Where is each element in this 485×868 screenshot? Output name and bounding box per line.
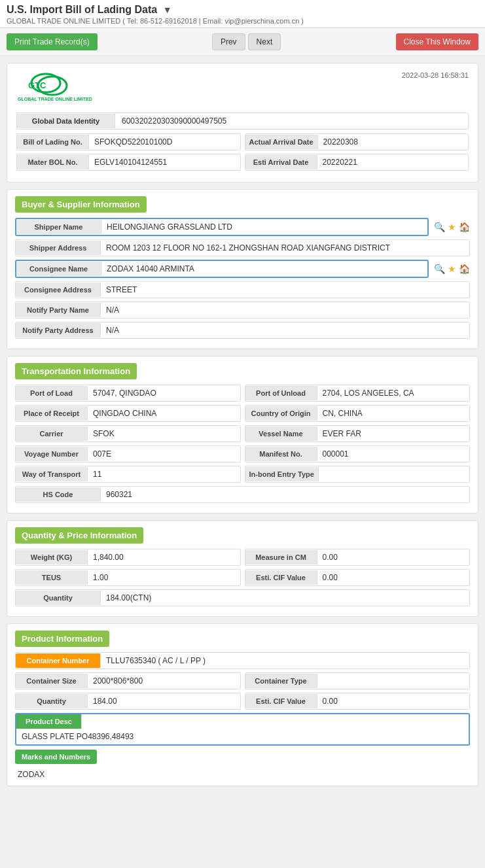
product-section-title: Product Information (15, 631, 109, 647)
bill-of-lading-field: Bill of Lading No. SFOKQD522010100D (16, 133, 241, 150)
product-quantity-label: Quantity (16, 694, 88, 708)
vessel-name-label: Vessel Name (245, 426, 317, 441)
esti-cif-value: 0.00 (317, 570, 470, 585)
voyage-number-field: Voyage Number 007E (15, 445, 241, 462)
product-desc-content: GLASS PLATE PO48396,48493 (16, 729, 469, 744)
way-of-transport-value: 11 (88, 466, 240, 482)
print-button[interactable]: Print Trade Record(s) (7, 33, 98, 50)
mater-bol-value: EGLV140104124551 (89, 154, 240, 170)
global-data-identity-value: 600320220303090000497505 (115, 113, 233, 129)
quantity-value: 184.00(CTN) (101, 590, 469, 606)
product-esti-cif-value: 0.00 (317, 693, 470, 709)
teus-label: TEUS (16, 570, 88, 585)
teus-value: 1.00 (88, 570, 240, 585)
bill-of-lading-value: SFOKQD522010100D (89, 134, 240, 150)
buyer-supplier-section: Buyer & Supplier Information Shipper Nam… (7, 189, 478, 349)
notify-party-name-value: N/A (101, 302, 469, 318)
country-of-origin-value: CN, CHINA (317, 406, 470, 421)
record-card: GLOBAL TRADE ONLINE LIMITED GTC 2022-03-… (7, 63, 478, 182)
weight-measure-row: Weight (KG) 1,840.00 Measure in CM 0.00 (15, 549, 470, 566)
in-bond-entry-type-value (319, 471, 469, 477)
marks-and-numbers-value: ZODAX (15, 767, 470, 779)
hs-code-label: HS Code (16, 487, 101, 502)
buyer-supplier-section-title: Buyer & Supplier Information (15, 196, 147, 213)
company-logo: GLOBAL TRADE ONLINE LIMITED GTC (16, 71, 95, 104)
actual-arrival-date-field: Actual Arrival Date 20220308 (245, 133, 469, 150)
prev-button[interactable]: Prev (212, 33, 245, 50)
close-button[interactable]: Close This Window (396, 33, 478, 50)
shipper-name-value: HEILONGJIANG GRASSLAND LTD (101, 219, 427, 235)
notify-party-name-row: Notify Party Name N/A (15, 302, 470, 319)
consignee-search-icon[interactable]: 🔍 (434, 264, 445, 274)
carrier-value: SFOK (88, 426, 240, 442)
shipper-name-field: Shipper Name HEILONGJIANG GRASSLAND LTD (15, 218, 429, 236)
manifest-no-field: Manifest No. 000001 (245, 445, 471, 462)
consignee-address-row: Consignee Address STREET (15, 281, 470, 298)
dropdown-arrow-icon[interactable]: ▼ (163, 5, 172, 15)
global-data-identity-row: Global Data Identity 6003202203030900004… (16, 113, 469, 130)
main-content: GLOBAL TRADE ONLINE LIMITED GTC 2022-03-… (0, 56, 485, 799)
notify-party-address-label: Notify Party Address (16, 323, 101, 338)
toolbar: Print Trade Record(s) Prev Next Close Th… (0, 28, 485, 56)
place-country-row: Place of Receipt QINGDAO CHINA Country o… (15, 405, 470, 422)
quantity-row: Quantity 184.00(CTN) (15, 589, 470, 606)
manifest-no-value: 000001 (317, 446, 470, 462)
page-title: U.S. Import Bill of Lading Data ▼ (7, 4, 172, 16)
container-type-value (317, 678, 470, 684)
product-desc-header: Product Desc (16, 714, 469, 729)
product-desc-box: Product Desc GLASS PLATE PO48396,48493 (15, 713, 470, 746)
container-number-value: TLLU7635340 ( AC / L / PP ) (101, 653, 469, 668)
quantity-price-section: Quantity & Price Information Weight (KG)… (7, 520, 478, 617)
search-icon[interactable]: 🔍 (434, 222, 445, 232)
home-icon[interactable]: 🏠 (459, 222, 470, 232)
bill-of-lading-label: Bill of Lading No. (17, 135, 89, 149)
weight-label: Weight (KG) (16, 550, 88, 564)
place-of-receipt-label: Place of Receipt (16, 406, 88, 421)
product-esti-cif-label: Esti. CIF Value (245, 694, 317, 708)
port-of-unload-value: 2704, LOS ANGELES, CA (317, 385, 470, 401)
actual-arrival-date-value: 20220308 (318, 134, 468, 150)
shipper-name-label: Shipper Name (16, 220, 101, 234)
subtitle: GLOBAL TRADE ONLINE LIMITED ( Tel: 86-51… (7, 17, 478, 25)
timestamp: 2022-03-28 16:58:31 (402, 71, 469, 79)
country-of-origin-label: Country of Origin (245, 406, 317, 421)
logo-area: GLOBAL TRADE ONLINE LIMITED GTC (16, 71, 95, 106)
container-type-field: Container Type (245, 672, 471, 689)
marks-and-numbers-label: Marks and Numbers (15, 750, 97, 764)
port-of-unload-field: Port of Unload 2704, LOS ANGELES, CA (245, 385, 471, 402)
port-of-load-value: 57047, QINGDAO (88, 385, 240, 401)
container-size-type-row: Container Size 2000*806*800 Container Ty… (15, 672, 470, 689)
toolbar-center: Prev Next (212, 33, 281, 50)
in-bond-entry-type-field: In-bond Entry Type (245, 466, 471, 483)
measure-in-cm-value: 0.00 (317, 549, 470, 565)
container-type-label: Container Type (245, 674, 317, 688)
teus-cif-row: TEUS 1.00 Esti. CIF Value 0.00 (15, 569, 470, 586)
in-bond-entry-type-label: In-bond Entry Type (245, 467, 319, 481)
svg-text:GTC: GTC (28, 80, 46, 90)
next-button[interactable]: Next (248, 33, 281, 50)
bol-row: Bill of Lading No. SFOKQD522010100D Actu… (16, 133, 469, 150)
container-number-row: Container Number TLLU7635340 ( AC / L / … (15, 652, 470, 669)
weight-value: 1,840.00 (88, 549, 240, 565)
carrier-vessel-row: Carrier SFOK Vessel Name EVER FAR (15, 425, 470, 442)
voyage-number-value: 007E (88, 446, 240, 462)
port-of-unload-label: Port of Unload (245, 386, 317, 400)
star-icon[interactable]: ★ (448, 222, 456, 232)
product-desc-label: Product Desc (16, 714, 82, 729)
container-size-field: Container Size 2000*806*800 (15, 672, 241, 689)
way-of-transport-field: Way of Transport 11 (15, 466, 241, 483)
quantity-price-section-title: Quantity & Price Information (15, 527, 143, 544)
teus-field: TEUS 1.00 (15, 569, 241, 586)
measure-in-cm-label: Measure in CM (245, 550, 317, 564)
notify-party-name-label: Notify Party Name (16, 303, 101, 317)
consignee-home-icon[interactable]: 🏠 (459, 264, 470, 274)
port-of-load-field: Port of Load 57047, QINGDAO (15, 385, 241, 402)
esti-cif-field: Esti. CIF Value 0.00 (245, 569, 471, 586)
consignee-name-label: Consignee Name (16, 262, 101, 276)
actual-arrival-date-label: Actual Arrival Date (245, 135, 318, 149)
product-quantity-field: Quantity 184.00 (15, 693, 241, 710)
record-header: GLOBAL TRADE ONLINE LIMITED GTC 2022-03-… (16, 71, 469, 106)
way-of-transport-label: Way of Transport (16, 467, 88, 481)
way-inbond-row: Way of Transport 11 In-bond Entry Type (15, 466, 470, 483)
consignee-star-icon[interactable]: ★ (448, 264, 456, 274)
